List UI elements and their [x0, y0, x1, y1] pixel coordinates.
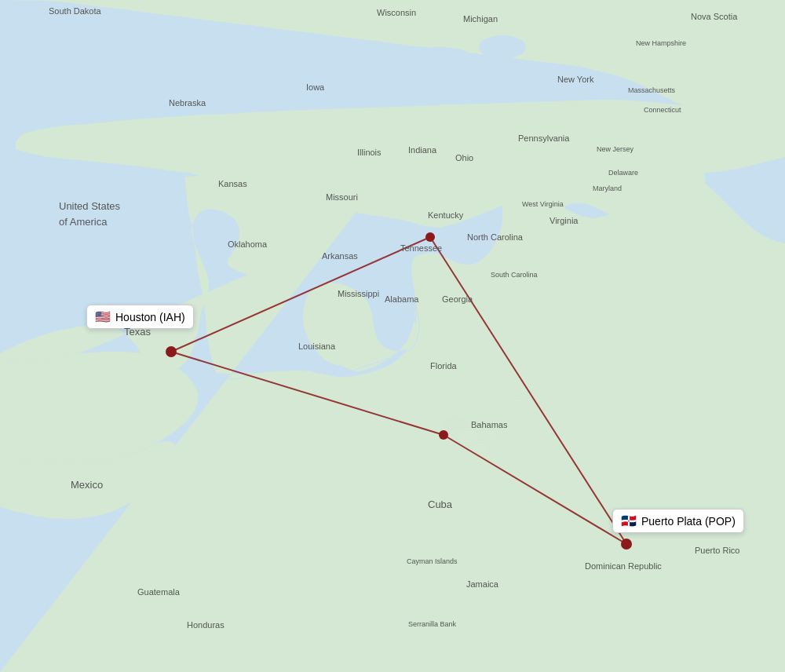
svg-point-10 — [505, 409, 516, 415]
map-svg — [0, 0, 785, 672]
svg-point-11 — [513, 397, 523, 404]
svg-point-20 — [166, 346, 177, 357]
svg-point-1 — [400, 47, 479, 79]
svg-point-9 — [496, 420, 509, 428]
svg-point-3 — [373, 65, 412, 84]
svg-point-21 — [621, 539, 632, 550]
svg-point-8 — [484, 432, 497, 440]
svg-point-18 — [425, 232, 435, 242]
svg-point-7 — [473, 443, 488, 452]
svg-point-6 — [456, 429, 478, 442]
map-container: 🇺🇸 Houston (IAH) 🇩🇴 Puerto Plata (POP) S… — [0, 0, 785, 672]
svg-point-2 — [479, 35, 526, 59]
svg-point-5 — [441, 416, 469, 432]
svg-point-4 — [440, 75, 471, 90]
svg-point-13 — [525, 378, 533, 382]
svg-point-19 — [439, 430, 448, 440]
